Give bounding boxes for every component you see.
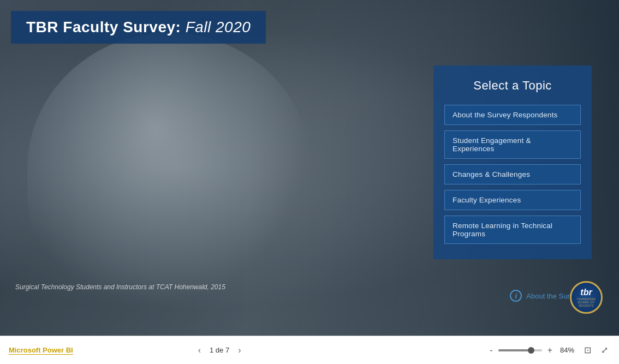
fit-screen-button[interactable]: ⊡ bbox=[582, 344, 593, 356]
nav-next-button[interactable]: › bbox=[235, 343, 244, 357]
title-banner: TBR Faculty Survey: Fall 2020 bbox=[11, 11, 266, 44]
nav-controls: ‹ 1 de 7 › bbox=[195, 343, 245, 357]
expand-button[interactable]: ⤢ bbox=[599, 344, 610, 356]
info-icon: i bbox=[510, 290, 522, 302]
tbr-logo-text: tbr bbox=[580, 288, 592, 297]
tbr-logo: tbr Tennessee Board of Regents bbox=[570, 281, 603, 314]
fit-screen-icon: ⊡ bbox=[584, 345, 591, 355]
page-separator: de bbox=[216, 346, 225, 354]
expand-icon: ⤢ bbox=[601, 345, 608, 355]
zoom-controls: - + 84% ⊡ ⤢ bbox=[487, 344, 610, 356]
topic-btn-remote[interactable]: Remote Learning in Technical Programs bbox=[444, 216, 581, 244]
slide-title: TBR Faculty Survey: Fall 2020 bbox=[26, 19, 251, 35]
tbr-logo-subtext: Tennessee Board of Regents bbox=[572, 297, 601, 307]
topic-btn-faculty[interactable]: Faculty Experiences bbox=[444, 190, 581, 210]
topic-panel: Select a Topic About the Survey Responde… bbox=[433, 65, 592, 259]
zoom-plus-button[interactable]: + bbox=[545, 344, 555, 356]
title-italic: Fall 2020 bbox=[186, 19, 251, 35]
zoom-slider-track[interactable] bbox=[498, 349, 542, 351]
page-indicator: 1 de 7 bbox=[210, 346, 229, 354]
powerbi-link[interactable]: Microsoft Power BI bbox=[9, 346, 73, 355]
page-total: 7 bbox=[225, 346, 229, 354]
topic-btn-changes[interactable]: Changes & Challenges bbox=[444, 164, 581, 184]
zoom-label: 84% bbox=[560, 346, 574, 354]
zoom-slider-thumb[interactable] bbox=[528, 347, 534, 354]
topic-btn-engagement[interactable]: Student Engagement & Experiences bbox=[444, 130, 581, 159]
bottom-bar: Microsoft Power BI ‹ 1 de 7 › - + 84% ⊡ … bbox=[0, 336, 619, 364]
title-prefix: TBR Faculty Survey: bbox=[26, 19, 186, 35]
page-current: 1 bbox=[210, 346, 213, 354]
slide-area: TBR Faculty Survey: Fall 2020 Surgical T… bbox=[0, 0, 619, 336]
nav-prev-button[interactable]: ‹ bbox=[195, 343, 204, 357]
topic-panel-title: Select a Topic bbox=[444, 79, 581, 93]
topic-btn-respondents[interactable]: About the Survey Respondents bbox=[444, 105, 581, 125]
person-shape bbox=[27, 33, 311, 306]
zoom-slider-fill bbox=[498, 349, 529, 351]
image-caption: Surgical Technology Students and Instruc… bbox=[15, 283, 225, 291]
zoom-minus-button[interactable]: - bbox=[487, 344, 495, 356]
main-container: TBR Faculty Survey: Fall 2020 Surgical T… bbox=[0, 0, 619, 364]
